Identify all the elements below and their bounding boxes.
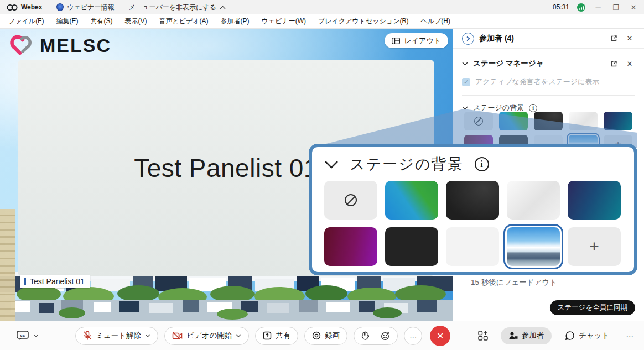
tall-building: [0, 209, 15, 321]
camera-off-icon: [172, 332, 183, 340]
unmute-chevron-icon: [145, 334, 150, 337]
menu-webinar[interactable]: ウェビナー(W): [256, 14, 312, 28]
apps-button[interactable]: [477, 330, 489, 341]
swatch-none[interactable]: [464, 112, 493, 130]
menu-audio-video[interactable]: 音声とビデオ(A): [153, 14, 214, 28]
video-chevron-icon: [236, 334, 241, 337]
melsc-heart-icon: [8, 33, 34, 58]
popup-swatch-black[interactable]: [385, 227, 438, 266]
popout-participants-icon[interactable]: [608, 33, 619, 44]
share-button-label: 共有: [276, 331, 290, 341]
menu-help[interactable]: ヘルプ(H): [414, 14, 456, 28]
svg-text:cc: cc: [20, 333, 25, 338]
none-icon: [345, 194, 357, 206]
menu-bar: ファイル(F) 編集(E) 共有(S) 表示(V) 音声とビデオ(A) 参加者(…: [0, 14, 644, 29]
swatch-blue-green[interactable]: [499, 112, 528, 130]
webex-brand: Webex: [7, 3, 42, 11]
fade-out-setting-label: 15 秒後にフェードアウト: [471, 278, 557, 288]
mic-muted-icon: [83, 331, 92, 341]
reactions-smiley-icon[interactable]: [381, 331, 390, 341]
share-button[interactable]: 共有: [255, 327, 298, 345]
popup-info-icon[interactable]: i: [475, 157, 489, 171]
menu-edit[interactable]: 編集(E): [50, 14, 84, 28]
popup-swatch-dark-swirl[interactable]: [446, 181, 499, 220]
close-window-button[interactable]: ✕: [629, 3, 638, 12]
stage-background-popup: ステージの背景 i +: [309, 144, 637, 275]
leave-icon: ✕: [437, 331, 444, 341]
meeting-timer: 05:31: [553, 3, 569, 11]
popup-swatch-cityscape-selected[interactable]: [507, 227, 560, 266]
popup-title: ステージの背景: [350, 154, 464, 174]
panelist-display-name: Test Panelist 01: [134, 153, 318, 183]
menu-breakout[interactable]: ブレイクアウトセッション(B): [312, 14, 414, 28]
plus-icon: +: [589, 238, 599, 255]
popup-swatch-silver[interactable]: [507, 181, 560, 220]
more-options-label: …: [409, 332, 417, 340]
melsc-logo-text: MELSC: [40, 35, 111, 56]
leave-meeting-button[interactable]: ✕: [430, 326, 450, 346]
collapse-panel-button[interactable]: [462, 33, 474, 45]
record-button[interactable]: 録画: [304, 327, 347, 345]
close-participants-icon[interactable]: ✕: [624, 33, 635, 44]
more-options-button[interactable]: …: [404, 327, 422, 345]
popout-stage-manager-icon[interactable]: [608, 58, 619, 69]
background-section-chevron-icon[interactable]: [462, 106, 468, 110]
menu-file[interactable]: ファイル(F): [2, 14, 50, 28]
sync-stage-button[interactable]: ステージを全員に同期: [550, 300, 635, 315]
restore-button[interactable]: ❐: [611, 3, 621, 12]
popup-swatch-add-new[interactable]: +: [568, 227, 621, 266]
share-icon: [263, 331, 272, 340]
popup-chevron-down-icon[interactable]: [324, 160, 339, 169]
menu-view[interactable]: 表示(V): [118, 14, 153, 28]
apps-grid-icon: [477, 330, 489, 341]
popup-swatch-light-gray[interactable]: [446, 227, 499, 266]
participants-icon: [508, 331, 518, 340]
swatch-dark-swirl[interactable]: [534, 112, 563, 130]
close-stage-manager-icon[interactable]: ✕: [624, 58, 635, 69]
webinar-info-icon: [56, 3, 64, 11]
chat-button[interactable]: チャット: [565, 331, 609, 341]
captions-button[interactable]: cc: [17, 331, 39, 341]
panel-more-button[interactable]: ⋯: [626, 331, 635, 340]
start-video-button[interactable]: ビデオの開始: [164, 327, 249, 345]
swatch-navy-teal[interactable]: [604, 112, 632, 130]
captions-chevron-icon: [33, 334, 39, 337]
popup-swatch-none[interactable]: [324, 181, 377, 220]
hide-menubar-button[interactable]: メニューバーを非表示にする: [129, 3, 226, 12]
reactions-divider: [375, 331, 375, 341]
record-icon: [312, 331, 321, 340]
participants-panel-title: 参加者 (4): [479, 34, 514, 44]
unmute-button-label: ミュート解除: [96, 331, 141, 341]
active-speaker-checkbox-label: アクティブな発言者をステージに表示: [475, 77, 599, 87]
popup-swatch-red-purple[interactable]: [324, 227, 377, 266]
raise-hand-icon[interactable]: [361, 331, 369, 341]
control-bar: cc ミュート解除 ビデオの開始 共有: [0, 321, 644, 350]
captions-icon: cc: [17, 331, 29, 341]
melsc-logo: MELSC: [8, 33, 111, 58]
popup-swatch-navy-teal[interactable]: [568, 181, 621, 220]
menu-share[interactable]: 共有(S): [84, 14, 118, 28]
layout-button-label: レイアウト: [404, 36, 441, 46]
menu-participants[interactable]: 参加者(P): [215, 14, 256, 28]
webinar-info-label: ウェビナー情報: [67, 3, 114, 12]
webinar-info-button[interactable]: ウェビナー情報: [56, 3, 114, 12]
active-speaker-checkbox[interactable]: ✓: [462, 78, 470, 86]
webex-brand-label: Webex: [21, 3, 42, 11]
background-info-icon[interactable]: i: [529, 104, 537, 112]
popup-swatch-grid: +: [312, 174, 634, 266]
layout-button[interactable]: レイアウト: [385, 33, 448, 48]
panel-divider: [462, 95, 635, 96]
none-icon: [474, 117, 483, 126]
layout-grid-icon: [392, 38, 400, 44]
participants-toggle-button[interactable]: 参加者: [501, 327, 552, 344]
minimize-button[interactable]: ─: [593, 3, 603, 12]
unmute-button[interactable]: ミュート解除: [75, 327, 158, 345]
connection-status-icon[interactable]: [577, 3, 585, 12]
reactions-group: [354, 327, 398, 345]
swatch-silver[interactable]: [569, 112, 598, 130]
participants-toggle-label: 参加者: [522, 331, 544, 341]
window-titlebar: Webex ウェビナー情報 メニューバーを非表示にする 05:31 ─ ❐ ✕: [0, 0, 644, 14]
popup-swatch-blue-green[interactable]: [385, 181, 438, 220]
stage-manager-chevron-icon[interactable]: [462, 62, 468, 66]
chevron-up-icon: [220, 6, 226, 9]
